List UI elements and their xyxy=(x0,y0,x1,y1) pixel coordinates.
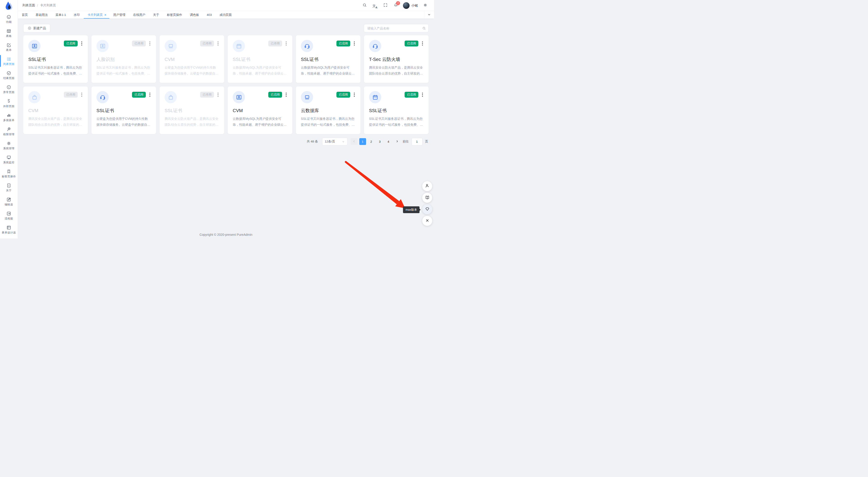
more-button[interactable] xyxy=(81,91,83,98)
card-actions: 已启用 xyxy=(336,40,355,47)
sidebar-item[interactable]: 列表页面 xyxy=(0,54,18,68)
tab-label: 标签页操作 xyxy=(167,13,182,17)
tab-item[interactable]: 菜单1-1 xyxy=(52,11,70,19)
fullscreen-button[interactable] xyxy=(381,1,390,10)
sidebar-item[interactable]: 标签页操作 xyxy=(0,166,18,180)
tab-item[interactable]: 403 xyxy=(203,11,216,19)
user-menu[interactable]: 小铭 xyxy=(403,2,418,9)
product-card[interactable]: 已停用CVM腾讯安全云防火墙产品，是腾讯云安全团队结合云原生的优势，自主研发的S… xyxy=(23,87,88,134)
sidebar-item[interactable]: 异常页面 xyxy=(0,82,18,96)
more-dots-icon xyxy=(422,41,423,42)
sidebar-item[interactable]: 多级菜单 xyxy=(0,110,18,124)
tab-item[interactable]: 用户管理 xyxy=(110,11,129,19)
sidebar-item[interactable]: 表格 xyxy=(0,26,18,40)
more-button[interactable] xyxy=(149,40,151,47)
product-card[interactable]: 已启用CVM云数据库MySQL为用户提供安全可靠，性能卓越、易于维护的企业级云数… xyxy=(228,87,292,134)
product-card[interactable]: 已停用SSL证书腾讯安全云防火墙产品，是腾讯云安全团队结合云原生的优势，自主研发… xyxy=(160,87,224,134)
more-button[interactable] xyxy=(421,40,424,47)
product-card[interactable]: 已启用云数据库SSL证书又叫服务器证书，腾讯云为您提供证书的一站式服务，包括免费… xyxy=(296,87,361,134)
tab-item[interactable]: 首页 xyxy=(18,11,32,19)
goto-page-input[interactable] xyxy=(411,138,423,145)
page-size-select[interactable]: 12条/页 xyxy=(322,138,347,145)
settings-button[interactable] xyxy=(421,1,430,10)
status-badge: 已启用 xyxy=(64,40,78,47)
more-dots-icon xyxy=(149,93,150,93)
sidebar-item[interactable]: 系统管理 xyxy=(0,138,18,152)
tab-item[interactable]: 在线用户 xyxy=(129,11,149,19)
sidebar-item[interactable]: 外部页面 xyxy=(0,96,18,110)
tab-item[interactable]: 标签页操作 xyxy=(163,11,186,19)
more-button[interactable] xyxy=(285,40,287,47)
more-button[interactable] xyxy=(285,91,287,98)
fab-close-button[interactable] xyxy=(422,216,432,226)
sidebar: 功能表格表单列表页面结果页面异常页面外部页面多级菜单权限管理系统管理系统监控标签… xyxy=(0,0,18,239)
sidebar-item[interactable]: 表单 xyxy=(0,40,18,54)
page-number-button[interactable]: 2 xyxy=(368,138,375,145)
header-search-button[interactable] xyxy=(360,1,369,10)
product-card[interactable]: 已停用SSL证书云数据库MySQL为用户提供安全可靠，性能卓越、易于维护的企业级… xyxy=(228,35,292,83)
tab-label: 调色板 xyxy=(190,13,199,17)
pagination: 共 48 条 12条/页 1234 xyxy=(23,138,429,145)
product-card[interactable]: 已启用SSL证书SSL证书又叫服务器证书，腾讯云为您提供证书的一站式服务，包括免… xyxy=(23,35,88,83)
more-button[interactable] xyxy=(353,91,355,98)
sidebar-item[interactable]: 流程图 xyxy=(0,208,18,222)
page-number-button[interactable]: 4 xyxy=(385,138,392,145)
breadcrumb-item[interactable]: 列表页面 xyxy=(23,3,35,7)
product-description: 腾讯安全云防火墙产品，是腾讯云安全团队结合云原生的优势，自主研发的SaaS化防火… xyxy=(369,64,424,76)
product-avatar xyxy=(96,40,109,52)
sidebar-item-label: 多级菜单 xyxy=(3,119,14,122)
page-number-button[interactable]: 1 xyxy=(359,138,366,145)
sidebar-item-label: 流程图 xyxy=(4,217,13,220)
sidebar-item[interactable]: 表单设计器 xyxy=(0,222,18,236)
page-number-button[interactable]: 3 xyxy=(376,138,383,145)
sidebar-item[interactable]: 功能 xyxy=(0,12,18,26)
breadcrumb: 列表页面 / 卡片列表页 xyxy=(23,3,56,7)
product-title: SSL证书 xyxy=(164,108,219,113)
more-button[interactable] xyxy=(353,40,355,47)
tab-item[interactable]: 基础用法 xyxy=(32,11,52,19)
sidebar-item[interactable]: 权限管理 xyxy=(0,124,18,138)
product-card[interactable]: 已停用人脸识别SSL证书又叫服务器证书，腾讯云为您提供证书的一站式服务，包括免费… xyxy=(91,35,156,83)
sidebar-item[interactable]: 结果页面 xyxy=(0,68,18,82)
fab-user-button[interactable] xyxy=(422,181,432,191)
sidebar-item-label: 表单设计器 xyxy=(2,231,16,234)
tab-item[interactable]: 关于 xyxy=(149,11,163,19)
next-page-button[interactable] xyxy=(394,138,401,145)
more-button[interactable] xyxy=(421,91,424,98)
product-card[interactable]: 已启用SSL证书云硬盘为您提供用于CVM的持久性数据块级存储服务。云硬盘中的数据… xyxy=(91,87,156,134)
product-title: SSL证书 xyxy=(301,57,355,62)
translate-button[interactable]: 文A xyxy=(371,1,379,10)
product-card[interactable]: 已启用SSL证书SSL证书又叫服务器证书，腾讯云为您提供证书的一站式服务，包括免… xyxy=(364,87,429,134)
fab-max-version-button[interactable] xyxy=(422,204,432,214)
username: 小铭 xyxy=(411,3,418,8)
lollipop-icon xyxy=(6,127,11,132)
fab-docs-button[interactable] xyxy=(422,193,432,203)
tooltip-text: max版本 xyxy=(405,208,417,211)
more-button[interactable] xyxy=(217,91,219,98)
prev-page-button[interactable] xyxy=(351,138,358,145)
tabs-dropdown-button[interactable] xyxy=(424,11,434,19)
sidebar-item[interactable]: 编辑器 xyxy=(0,194,18,208)
new-product-button[interactable]: 新建产品 xyxy=(23,24,50,32)
tab-item[interactable]: 成功页面 xyxy=(216,11,236,19)
more-button[interactable] xyxy=(149,91,151,98)
more-button[interactable] xyxy=(81,40,83,47)
sidebar-item[interactable]: 系统监控 xyxy=(0,152,18,166)
app-logo[interactable] xyxy=(4,1,13,11)
product-search-input[interactable] xyxy=(364,24,429,32)
tab-item[interactable]: 卡片列表页 xyxy=(84,11,110,19)
product-card[interactable]: 已停用CVM云硬盘为您提供用于CVM的持久性数据块级存储服务。云硬盘中的数据自动… xyxy=(160,35,224,83)
notifications-button[interactable]: 7 xyxy=(392,1,400,10)
sidebar-item-label: 功能 xyxy=(6,21,12,23)
tab-label: 403 xyxy=(207,13,212,17)
status-badge: 已启用 xyxy=(336,92,350,98)
tab-item[interactable]: 调色板 xyxy=(186,11,203,19)
product-card[interactable]: 已启用T-Sec 云防火墙腾讯安全云防火墙产品，是腾讯云安全团队结合云原生的优势… xyxy=(364,35,429,83)
tab-item[interactable]: 水印 xyxy=(70,11,84,19)
product-card[interactable]: 已启用SSL证书云数据库MySQL为用户提供安全可靠，性能卓越、易于维护的企业级… xyxy=(296,35,361,83)
more-dots-icon xyxy=(218,93,218,93)
more-button[interactable] xyxy=(217,40,219,47)
sidebar-item[interactable]: 关于 xyxy=(0,180,18,194)
search-icon[interactable] xyxy=(422,27,426,30)
close-icon[interactable] xyxy=(104,13,106,16)
